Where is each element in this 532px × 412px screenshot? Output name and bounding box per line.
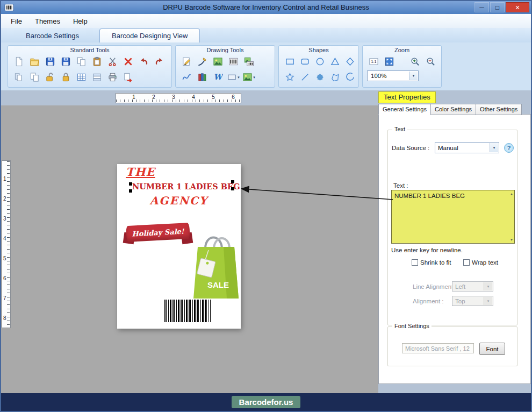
line-alignment-select[interactable]: Left ▾ xyxy=(452,281,493,292)
selection-handle[interactable] xyxy=(231,187,234,190)
picture-tool-icon[interactable] xyxy=(211,55,224,68)
barcode-object[interactable] xyxy=(164,300,211,322)
lock-icon[interactable] xyxy=(59,71,72,84)
shapes-row-1 xyxy=(279,53,358,69)
polygon-shape-icon[interactable] xyxy=(328,71,341,84)
scroll-up-icon[interactable]: ▴ xyxy=(511,191,513,196)
zoom-in-icon[interactable] xyxy=(408,55,421,68)
pencil-tool-icon[interactable] xyxy=(180,55,193,68)
window-title: DRPU Barcode Software for Inventory Cont… xyxy=(1,3,531,11)
copy-icon[interactable] xyxy=(75,55,88,68)
curve-tool-icon[interactable] xyxy=(180,71,193,84)
rectangle-tool-dropdown-icon[interactable]: ▾ xyxy=(238,75,240,80)
selection-handle[interactable] xyxy=(129,189,132,193)
new-document-icon[interactable] xyxy=(12,55,25,68)
card-file-icon[interactable] xyxy=(90,71,103,84)
alignment-value: Top xyxy=(455,298,465,304)
menu-help[interactable]: Help xyxy=(67,15,94,27)
ruler-number: 5 xyxy=(3,255,6,261)
line-alignment-label: Line Alignment xyxy=(413,283,453,290)
close-button[interactable]: × xyxy=(506,2,529,12)
footer-bar: Barcodefor.us xyxy=(1,393,531,411)
selected-text-object[interactable]: NUMBER 1 LADIES BEG xyxy=(132,182,232,191)
save-as-icon[interactable] xyxy=(59,55,72,68)
zoom-out-icon[interactable] xyxy=(424,55,437,68)
text-groupbox-label: Text xyxy=(392,126,407,132)
font-button[interactable]: Font xyxy=(479,343,505,355)
menu-themes[interactable]: Themes xyxy=(28,15,67,27)
zoom-level-select[interactable]: 100% ▾ xyxy=(367,70,419,81)
unlock-icon[interactable] xyxy=(44,71,56,84)
text-input[interactable]: NUMBER 1 LADIES BEG ▴ ▾ xyxy=(391,190,515,244)
redo-icon[interactable] xyxy=(153,55,166,68)
data-source-dropdown-icon[interactable]: ▾ xyxy=(490,143,498,152)
alignment-label: Alignment : xyxy=(413,298,444,304)
wrap-text-label: Wrap text xyxy=(472,259,498,266)
copy-style-icon[interactable] xyxy=(12,71,25,84)
arc-shape-icon[interactable] xyxy=(343,71,356,84)
label-design[interactable]: THE NUMBER 1 LADIES BEG AGENCY Holiday S… xyxy=(117,164,241,329)
zoom-dropdown-icon[interactable]: ▾ xyxy=(409,72,418,80)
help-icon[interactable]: ? xyxy=(504,143,514,153)
save-icon[interactable] xyxy=(44,55,56,68)
image-select-tool-icon[interactable]: ▾ xyxy=(242,71,255,84)
actual-size-icon[interactable] xyxy=(367,55,380,68)
rectangle-tool-icon[interactable]: ▾ xyxy=(227,71,240,84)
rounded-rectangle-shape-icon[interactable] xyxy=(298,55,311,68)
ellipse-shape-icon[interactable] xyxy=(313,55,326,68)
shapes-row-2 xyxy=(279,69,358,84)
properties-panel: Text Data Source : Manual ▾ ? Text : NUM… xyxy=(378,114,531,384)
picture-barcode-tool-icon[interactable] xyxy=(242,55,255,68)
grid-icon[interactable] xyxy=(75,71,88,84)
tab-color-settings[interactable]: Color Settings xyxy=(430,104,476,115)
minimize-button[interactable]: ─ xyxy=(475,2,489,12)
star-shape-icon[interactable] xyxy=(283,71,296,84)
library-tool-icon[interactable] xyxy=(196,71,209,84)
alignment-select[interactable]: Top ▾ xyxy=(452,296,493,306)
line-shape-icon[interactable] xyxy=(298,71,311,84)
title-bar: DRPU Barcode Software for Inventory Cont… xyxy=(1,1,531,14)
export-icon[interactable] xyxy=(121,71,134,84)
checkbox-icon[interactable] xyxy=(463,259,470,266)
ribbon-banner[interactable]: Holiday Sale! xyxy=(125,221,191,248)
cut-icon[interactable] xyxy=(106,55,119,68)
delete-icon[interactable] xyxy=(121,55,134,68)
scroll-down-icon[interactable]: ▾ xyxy=(511,237,513,242)
line-alignment-dropdown-icon[interactable]: ▾ xyxy=(484,282,492,290)
shopping-bag-image[interactable]: SALE xyxy=(192,226,242,303)
pen-tool-icon[interactable] xyxy=(196,55,209,68)
shrink-to-fit-checkbox[interactable]: Shrink to fit xyxy=(412,259,451,266)
menu-file[interactable]: File xyxy=(4,15,28,27)
maximize-button[interactable]: □ xyxy=(490,2,505,12)
shapes-group: Shapes xyxy=(278,45,359,88)
alignment-dropdown-icon[interactable]: ▾ xyxy=(484,297,492,305)
diamond-shape-icon[interactable] xyxy=(343,55,356,68)
print-icon[interactable] xyxy=(106,71,119,84)
wordart-tool-icon[interactable] xyxy=(211,71,224,84)
selection-handle[interactable] xyxy=(231,180,234,183)
undo-icon[interactable] xyxy=(137,55,150,68)
open-file-icon[interactable] xyxy=(28,55,41,68)
data-source-select[interactable]: Manual ▾ xyxy=(435,142,499,153)
burst-shape-icon[interactable] xyxy=(313,71,326,84)
barcode-tool-icon[interactable] xyxy=(227,55,240,68)
window-controls: ─ □ × xyxy=(475,2,529,12)
rectangle-shape-icon[interactable] xyxy=(283,55,296,68)
text-groupbox: Text Data Source : Manual ▾ ? Text : NUM… xyxy=(387,130,517,325)
duplicate-icon[interactable] xyxy=(28,71,41,84)
tab-general-settings[interactable]: General Settings xyxy=(378,104,431,115)
checkbox-icon[interactable] xyxy=(412,259,418,266)
paste-icon[interactable] xyxy=(90,55,103,68)
tab-other-settings[interactable]: Other Settings xyxy=(476,104,522,115)
design-title-text[interactable]: THE xyxy=(126,165,155,179)
image-select-dropdown-icon[interactable]: ▾ xyxy=(253,75,255,80)
design-subtitle-text[interactable]: AGENCY xyxy=(117,194,241,207)
fit-page-icon[interactable] xyxy=(383,55,396,68)
triangle-shape-icon[interactable] xyxy=(328,55,341,68)
tab-barcode-settings[interactable]: Barcode Settings xyxy=(17,29,88,42)
wrap-text-checkbox[interactable]: Wrap text xyxy=(463,259,498,266)
line-alignment-value: Left xyxy=(455,283,465,290)
shrink-to-fit-label: Shrink to fit xyxy=(420,259,451,266)
tab-barcode-designing-view[interactable]: Barcode Designing View xyxy=(99,29,200,42)
selection-handle[interactable] xyxy=(129,182,132,186)
